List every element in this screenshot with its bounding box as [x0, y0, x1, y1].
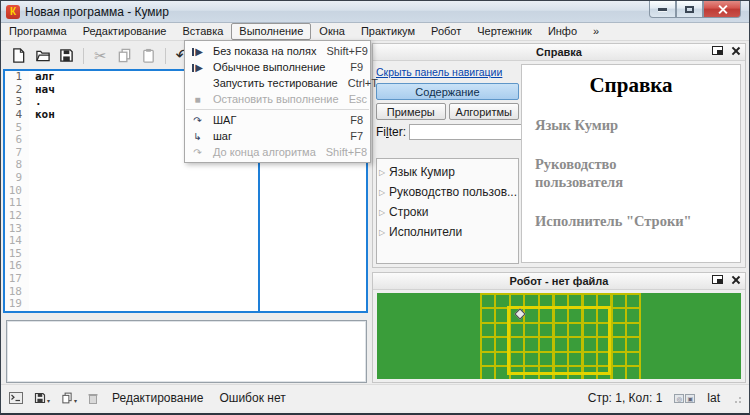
float-window-icon[interactable] — [712, 46, 723, 55]
help-topic-link-3[interactable]: Исполнитель "Строки" — [535, 212, 695, 230]
editor-line[interactable]: 18 — [5, 286, 366, 299]
run-menu-dropdown: ▶Без показа на поляхShift+F9▶Обычное вып… — [184, 40, 371, 163]
menu-item-2[interactable]: Редактирование — [75, 23, 175, 40]
chevron-right-icon[interactable]: ▷ — [379, 208, 389, 217]
hide-navigation-link[interactable]: Скрыть панель навигации — [376, 66, 519, 78]
tree-item-3[interactable]: ▷Строки — [377, 202, 518, 222]
save-file-button[interactable] — [56, 45, 77, 66]
menu-item-label: Запустить тестирование — [210, 77, 338, 89]
chevron-right-icon[interactable]: ▷ — [379, 188, 389, 197]
close-panel-icon[interactable] — [731, 275, 740, 284]
line-number: 19 — [5, 298, 29, 311]
line-code — [29, 248, 35, 261]
menu-item-5[interactable]: Окна — [311, 23, 353, 40]
run-menu-item-1[interactable]: ▶Без показа на поляхShift+F9 — [185, 43, 370, 59]
line-code — [29, 147, 35, 160]
clear-icon[interactable] — [88, 393, 98, 404]
toolbar-separator — [165, 48, 166, 64]
run-menu-item-6[interactable]: ↳шагF7 — [185, 128, 370, 144]
line-code — [29, 273, 35, 286]
robot-panel-title: Робот - нет файла — [373, 275, 745, 287]
editor-line[interactable]: 16 — [5, 260, 366, 273]
line-number: 4 — [5, 109, 29, 122]
editor-line[interactable]: 11 — [5, 197, 366, 210]
minimize-button[interactable] — [649, 1, 676, 18]
maximize-button[interactable] — [676, 1, 703, 18]
step-in-icon: ↳ — [185, 131, 210, 142]
editor-line[interactable]: 19 — [5, 298, 366, 311]
new-file-button[interactable] — [8, 45, 29, 66]
run-blank-icon: ▶ — [185, 46, 210, 57]
menu-item-10[interactable]: » — [585, 23, 607, 40]
run-menu-item-2[interactable]: ▶Обычное выполнениеF9 — [185, 59, 370, 75]
step-over-icon: ↷ — [185, 115, 210, 126]
editor-line[interactable]: 12 — [5, 210, 366, 223]
run-menu-item-3[interactable]: Запустить тестированиеCtrl+T — [185, 75, 370, 91]
cursor-position-label: Стр: 1, Кол: 1 — [588, 391, 663, 405]
robot-field[interactable] — [377, 293, 741, 379]
editor-line[interactable]: 17 — [5, 273, 366, 286]
menu-item-shortcut: F7 — [340, 130, 363, 142]
copy-protocol-icon[interactable]: ▾ — [61, 392, 77, 404]
open-file-button[interactable] — [32, 45, 53, 66]
keyboard-layout-icon[interactable]: ◎▣ — [674, 394, 695, 403]
editor-line[interactable]: 13 — [5, 223, 366, 236]
cut-button: ✂ — [90, 45, 111, 66]
io-console[interactable] — [6, 320, 367, 383]
menu-item-9[interactable]: Инфо — [540, 23, 585, 40]
tree-item-2[interactable]: ▷Руководство пользов... — [377, 182, 518, 202]
help-content: Справка Язык КумирРуководство пользовате… — [521, 64, 741, 263]
line-code — [29, 260, 35, 273]
editor-line[interactable]: 14 — [5, 235, 366, 248]
line-number: 3 — [5, 96, 29, 109]
terminal-icon[interactable] — [9, 392, 23, 404]
tree-item-label: Язык Кумир — [389, 165, 455, 179]
menu-item-shortcut: Shift+F9 — [317, 45, 368, 57]
line-code: . — [29, 96, 42, 109]
line-code — [29, 122, 35, 135]
close-panel-icon[interactable] — [731, 46, 740, 55]
examples-button[interactable]: Примеры — [376, 103, 446, 120]
run-menu-item-7: ↷До конца алгоритмаShift+F8 — [185, 144, 370, 160]
menu-item-8[interactable]: Чертежник — [469, 23, 540, 40]
tree-item-4[interactable]: ▷Исполнители — [377, 222, 518, 242]
line-code — [29, 172, 35, 185]
line-code — [29, 210, 35, 223]
robot-panel-titlebar[interactable]: Робот - нет файла — [373, 273, 745, 290]
help-topic-link-2[interactable]: Руководство пользователя — [535, 155, 695, 191]
float-window-icon[interactable] — [712, 275, 723, 284]
editor-line[interactable]: 9 — [5, 172, 366, 185]
menu-item-1[interactable]: Программа — [1, 23, 75, 40]
run-normal-icon: ▶ — [185, 62, 210, 73]
contents-button[interactable]: Содержание — [376, 83, 519, 100]
app-icon: К — [6, 5, 20, 19]
menu-item-4[interactable]: Выполнение — [231, 23, 311, 40]
menu-item-3[interactable]: Вставка — [174, 23, 231, 40]
line-number: 11 — [5, 197, 29, 210]
tree-item-label: Руководство пользов... — [389, 185, 517, 199]
line-number: 6 — [5, 134, 29, 147]
help-content-links: Язык КумирРуководство пользователяИсполн… — [535, 116, 740, 231]
tree-item-1[interactable]: ▷Язык Кумир — [377, 162, 518, 182]
close-button[interactable] — [703, 1, 741, 18]
copy-icon — [117, 48, 132, 63]
editor-line[interactable]: 15 — [5, 248, 366, 261]
menu-item-shortcut: Ctrl+T — [338, 77, 378, 89]
resize-grip[interactable] — [732, 394, 741, 403]
line-code: кон — [29, 109, 55, 122]
chevron-right-icon[interactable]: ▷ — [379, 168, 389, 177]
menu-bar: ПрограммаРедактированиеВставкаВыполнение… — [1, 23, 749, 41]
title-bar[interactable]: К Новая программа - Кумир — [1, 1, 749, 23]
line-code — [29, 223, 35, 236]
editor-line[interactable]: 10 — [5, 185, 366, 198]
help-topic-link-1[interactable]: Язык Кумир — [535, 116, 695, 134]
tree-item-label: Исполнители — [389, 225, 462, 239]
chevron-right-icon[interactable]: ▷ — [379, 228, 389, 237]
save-protocol-icon[interactable]: ▾ — [34, 392, 50, 404]
run-menu-item-5[interactable]: ↷ШАГF8 — [185, 112, 370, 128]
menu-item-6[interactable]: Практикум — [353, 23, 423, 40]
algorithms-button[interactable]: Алгоритмы — [449, 103, 519, 120]
menu-item-7[interactable]: Робот — [423, 23, 469, 40]
help-panel-titlebar[interactable]: Справка — [373, 44, 745, 61]
cut-icon: ✂ — [94, 48, 107, 63]
